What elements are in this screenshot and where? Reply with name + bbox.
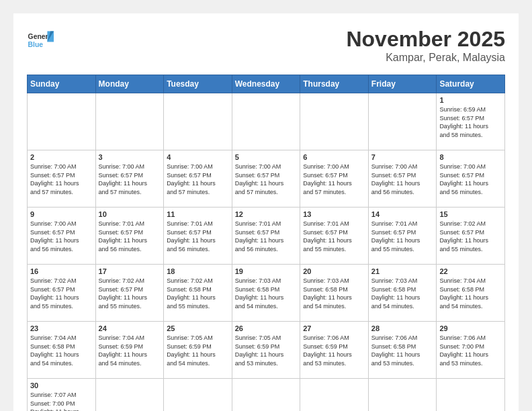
weekday-saturday: Saturday xyxy=(437,75,505,93)
day-cell xyxy=(164,93,232,150)
day-number: 7 xyxy=(371,153,434,161)
day-number: 28 xyxy=(371,324,434,332)
day-number: 5 xyxy=(235,153,298,161)
day-cell: 17Sunrise: 7:02 AMSunset: 6:57 PMDayligh… xyxy=(95,265,164,322)
day-info: Sunrise: 7:04 AMSunset: 6:58 PMDaylight:… xyxy=(439,277,502,310)
day-info: Sunrise: 7:02 AMSunset: 6:57 PMDaylight:… xyxy=(439,220,502,253)
day-cell: 16Sunrise: 7:02 AMSunset: 6:57 PMDayligh… xyxy=(28,265,96,322)
day-number: 15 xyxy=(439,210,502,218)
day-number: 21 xyxy=(371,267,434,275)
day-number: 22 xyxy=(439,267,502,275)
day-number: 6 xyxy=(303,153,365,161)
week-row-6: 30Sunrise: 7:07 AMSunset: 7:00 PMDayligh… xyxy=(28,379,505,412)
weekday-sunday: Sunday xyxy=(28,75,96,93)
day-info: Sunrise: 7:03 AMSunset: 6:58 PMDaylight:… xyxy=(235,277,298,310)
day-info: Sunrise: 7:03 AMSunset: 6:58 PMDaylight:… xyxy=(303,277,365,310)
day-info: Sunrise: 7:07 AMSunset: 7:00 PMDaylight:… xyxy=(30,391,93,411)
day-cell: 5Sunrise: 7:00 AMSunset: 6:57 PMDaylight… xyxy=(232,150,300,208)
day-info: Sunrise: 7:00 AMSunset: 6:57 PMDaylight:… xyxy=(303,163,365,196)
weekday-thursday: Thursday xyxy=(300,75,369,93)
day-info: Sunrise: 7:00 AMSunset: 6:57 PMDaylight:… xyxy=(371,163,434,196)
logo: General Blue xyxy=(27,27,54,54)
day-cell: 29Sunrise: 7:06 AMSunset: 7:00 PMDayligh… xyxy=(437,322,505,379)
day-info: Sunrise: 7:03 AMSunset: 6:58 PMDaylight:… xyxy=(371,277,434,310)
day-info: Sunrise: 7:02 AMSunset: 6:57 PMDaylight:… xyxy=(30,277,93,310)
week-row-1: 1Sunrise: 6:59 AMSunset: 6:57 PMDaylight… xyxy=(28,93,505,150)
day-info: Sunrise: 7:01 AMSunset: 6:57 PMDaylight:… xyxy=(303,220,365,253)
day-info: Sunrise: 7:00 AMSunset: 6:57 PMDaylight:… xyxy=(99,163,161,196)
day-number: 17 xyxy=(99,267,161,275)
day-number: 8 xyxy=(439,153,502,161)
day-info: Sunrise: 7:00 AMSunset: 6:57 PMDaylight:… xyxy=(30,163,93,196)
day-number: 19 xyxy=(235,267,298,275)
day-cell: 21Sunrise: 7:03 AMSunset: 6:58 PMDayligh… xyxy=(368,265,437,322)
day-cell: 19Sunrise: 7:03 AMSunset: 6:58 PMDayligh… xyxy=(232,265,300,322)
day-cell xyxy=(368,379,437,412)
day-number: 3 xyxy=(99,153,161,161)
day-number: 14 xyxy=(371,210,434,218)
month-title: November 2025 xyxy=(346,27,505,52)
day-cell: 18Sunrise: 7:02 AMSunset: 6:58 PMDayligh… xyxy=(164,265,232,322)
location: Kampar, Perak, Malaysia xyxy=(346,52,505,64)
day-cell: 24Sunrise: 7:04 AMSunset: 6:59 PMDayligh… xyxy=(95,322,164,379)
title-block: November 2025 Kampar, Perak, Malaysia xyxy=(346,27,505,64)
day-cell xyxy=(95,379,164,412)
day-cell xyxy=(300,93,369,150)
day-number: 11 xyxy=(167,210,229,218)
week-row-4: 16Sunrise: 7:02 AMSunset: 6:57 PMDayligh… xyxy=(28,265,505,322)
weekday-tuesday: Tuesday xyxy=(164,75,232,93)
day-info: Sunrise: 7:04 AMSunset: 6:59 PMDaylight:… xyxy=(99,334,161,367)
day-number: 29 xyxy=(439,324,502,332)
day-info: Sunrise: 7:05 AMSunset: 6:59 PMDaylight:… xyxy=(235,334,298,367)
day-cell xyxy=(28,93,96,150)
day-cell xyxy=(95,93,164,150)
weekday-wednesday: Wednesday xyxy=(232,75,300,93)
day-number: 12 xyxy=(235,210,298,218)
day-number: 25 xyxy=(167,324,229,332)
day-number: 26 xyxy=(235,324,298,332)
day-cell: 1Sunrise: 6:59 AMSunset: 6:57 PMDaylight… xyxy=(437,93,505,150)
day-number: 10 xyxy=(99,210,161,218)
day-cell: 20Sunrise: 7:03 AMSunset: 6:58 PMDayligh… xyxy=(300,265,369,322)
day-number: 24 xyxy=(99,324,161,332)
day-info: Sunrise: 7:01 AMSunset: 6:57 PMDaylight:… xyxy=(235,220,298,253)
calendar-container: General Blue November 2025 Kampar, Perak… xyxy=(13,13,519,411)
day-cell: 9Sunrise: 7:00 AMSunset: 6:57 PMDaylight… xyxy=(28,208,96,265)
day-cell: 11Sunrise: 7:01 AMSunset: 6:57 PMDayligh… xyxy=(164,208,232,265)
day-info: Sunrise: 7:06 AMSunset: 6:59 PMDaylight:… xyxy=(303,334,365,367)
day-info: Sunrise: 7:02 AMSunset: 6:58 PMDaylight:… xyxy=(167,277,229,310)
day-number: 16 xyxy=(30,267,93,275)
day-cell: 13Sunrise: 7:01 AMSunset: 6:57 PMDayligh… xyxy=(300,208,369,265)
day-number: 2 xyxy=(30,153,93,161)
day-cell xyxy=(232,379,300,412)
day-number: 9 xyxy=(30,210,93,218)
day-info: Sunrise: 7:01 AMSunset: 6:57 PMDaylight:… xyxy=(167,220,229,253)
day-info: Sunrise: 7:02 AMSunset: 6:57 PMDaylight:… xyxy=(99,277,161,310)
header: General Blue November 2025 Kampar, Perak… xyxy=(27,27,505,64)
week-row-5: 23Sunrise: 7:04 AMSunset: 6:58 PMDayligh… xyxy=(28,322,505,379)
day-info: Sunrise: 7:06 AMSunset: 6:58 PMDaylight:… xyxy=(371,334,434,367)
day-cell xyxy=(300,379,369,412)
weekday-friday: Friday xyxy=(368,75,437,93)
day-info: Sunrise: 7:00 AMSunset: 6:57 PMDaylight:… xyxy=(30,220,93,253)
day-cell: 22Sunrise: 7:04 AMSunset: 6:58 PMDayligh… xyxy=(437,265,505,322)
day-info: Sunrise: 7:00 AMSunset: 6:57 PMDaylight:… xyxy=(167,163,229,196)
day-cell: 27Sunrise: 7:06 AMSunset: 6:59 PMDayligh… xyxy=(300,322,369,379)
day-cell: 7Sunrise: 7:00 AMSunset: 6:57 PMDaylight… xyxy=(368,150,437,208)
week-row-2: 2Sunrise: 7:00 AMSunset: 6:57 PMDaylight… xyxy=(28,150,505,208)
day-cell: 30Sunrise: 7:07 AMSunset: 7:00 PMDayligh… xyxy=(28,379,96,412)
day-number: 1 xyxy=(439,96,502,104)
day-info: Sunrise: 7:05 AMSunset: 6:59 PMDaylight:… xyxy=(167,334,229,367)
svg-text:Blue: Blue xyxy=(28,41,44,48)
day-cell: 12Sunrise: 7:01 AMSunset: 6:57 PMDayligh… xyxy=(232,208,300,265)
day-info: Sunrise: 7:00 AMSunset: 6:57 PMDaylight:… xyxy=(235,163,298,196)
day-cell xyxy=(437,379,505,412)
day-cell xyxy=(164,379,232,412)
weekday-header-row: SundayMondayTuesdayWednesdayThursdayFrid… xyxy=(28,75,505,93)
logo-icon: General Blue xyxy=(27,27,54,54)
calendar-table: SundayMondayTuesdayWednesdayThursdayFrid… xyxy=(27,75,505,411)
day-cell xyxy=(232,93,300,150)
day-cell: 23Sunrise: 7:04 AMSunset: 6:58 PMDayligh… xyxy=(28,322,96,379)
day-info: Sunrise: 7:00 AMSunset: 6:57 PMDaylight:… xyxy=(439,163,502,196)
day-cell: 4Sunrise: 7:00 AMSunset: 6:57 PMDaylight… xyxy=(164,150,232,208)
